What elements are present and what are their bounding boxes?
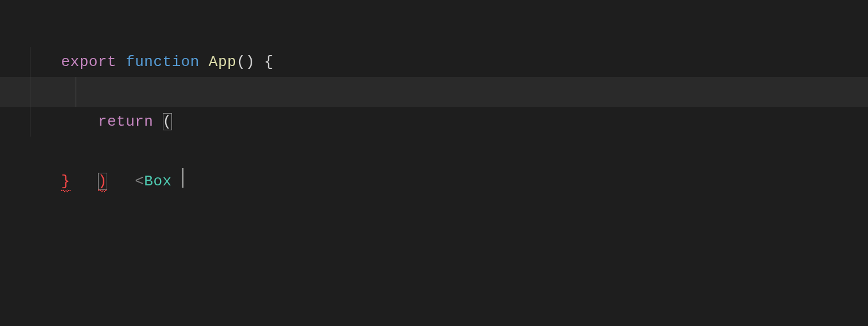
indent-guide: [30, 107, 30, 137]
code-line[interactable]: }: [0, 137, 868, 166]
whitespace: [172, 173, 181, 190]
text-cursor: [182, 168, 183, 188]
indent-guide: [30, 77, 30, 107]
brace-close-error: }: [61, 173, 70, 190]
paren-close-error: ): [98, 173, 107, 190]
code-line-active[interactable]: <Box: [0, 77, 868, 107]
code-line[interactable]: export function App() {: [0, 17, 868, 47]
code-line[interactable]: return (: [0, 47, 868, 77]
jsx-angle-open: <: [135, 173, 144, 190]
code-line[interactable]: ): [0, 107, 868, 137]
indent-guide: [76, 77, 76, 107]
jsx-tag-name: Box: [144, 173, 171, 190]
code-editor[interactable]: export function App() { return ( <Box ) …: [0, 0, 868, 326]
indent-guide: [30, 47, 30, 77]
